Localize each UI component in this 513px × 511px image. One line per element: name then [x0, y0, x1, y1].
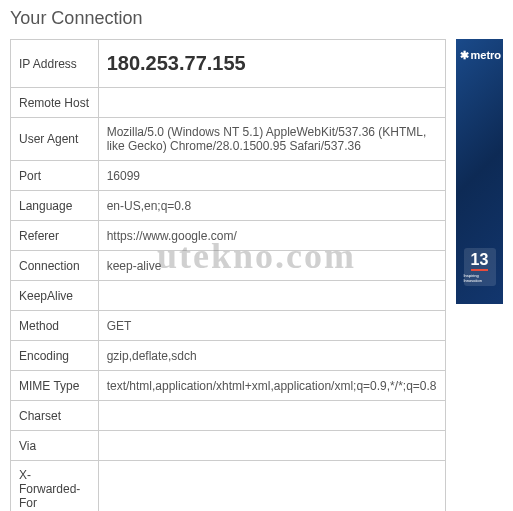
table-row: Languageen-US,en;q=0.8: [11, 191, 446, 221]
row-label: KeepAlive: [11, 281, 99, 311]
table-row: Remote Host: [11, 88, 446, 118]
row-label: Charset: [11, 401, 99, 431]
table-row: Charset: [11, 401, 446, 431]
page-title: Your Connection: [10, 8, 503, 29]
row-value: [98, 281, 445, 311]
table-row: KeepAlive: [11, 281, 446, 311]
table-row: User AgentMozilla/5.0 (Windows NT 5.1) A…: [11, 118, 446, 161]
row-label: Language: [11, 191, 99, 221]
row-label: Port: [11, 161, 99, 191]
table-row: Port16099: [11, 161, 446, 191]
ad-badge-sub: Inspiring Innovation: [464, 273, 496, 283]
row-label: User Agent: [11, 118, 99, 161]
table-row: MIME Typetext/html,application/xhtml+xml…: [11, 371, 446, 401]
row-value: gzip,deflate,sdch: [98, 341, 445, 371]
content-wrapper: IP Address180.253.77.155Remote HostUser …: [10, 39, 503, 511]
row-value: https://www.google.com/: [98, 221, 445, 251]
row-value: [98, 461, 445, 512]
row-value: [98, 431, 445, 461]
row-value: [98, 88, 445, 118]
table-row: Via: [11, 431, 446, 461]
row-value: en-US,en;q=0.8: [98, 191, 445, 221]
row-value: [98, 401, 445, 431]
table-row: X-Forwarded-For: [11, 461, 446, 512]
row-label: IP Address: [11, 40, 99, 88]
row-label: Method: [11, 311, 99, 341]
table-row: MethodGET: [11, 311, 446, 341]
row-value: text/html,application/xhtml+xml,applicat…: [98, 371, 445, 401]
ad-badge-text: 13: [471, 252, 489, 271]
ad-badge: 13 Inspiring Innovation: [464, 248, 496, 286]
table-row: Refererhttps://www.google.com/: [11, 221, 446, 251]
row-label: Encoding: [11, 341, 99, 371]
ad-logo: metro: [460, 49, 502, 62]
table-row: Connectionkeep-alive: [11, 251, 446, 281]
row-value: Mozilla/5.0 (Windows NT 5.1) AppleWebKit…: [98, 118, 445, 161]
sidebar-ad[interactable]: metro 13 Inspiring Innovation: [456, 39, 504, 304]
table-row: Encodinggzip,deflate,sdch: [11, 341, 446, 371]
row-value: 16099: [98, 161, 445, 191]
row-value: keep-alive: [98, 251, 445, 281]
row-label: Connection: [11, 251, 99, 281]
row-label: Referer: [11, 221, 99, 251]
row-label: X-Forwarded-For: [11, 461, 99, 512]
row-value: 180.253.77.155: [98, 40, 445, 88]
row-label: Via: [11, 431, 99, 461]
connection-details-table: IP Address180.253.77.155Remote HostUser …: [10, 39, 446, 511]
row-label: Remote Host: [11, 88, 99, 118]
table-row: IP Address180.253.77.155: [11, 40, 446, 88]
row-label: MIME Type: [11, 371, 99, 401]
row-value: GET: [98, 311, 445, 341]
